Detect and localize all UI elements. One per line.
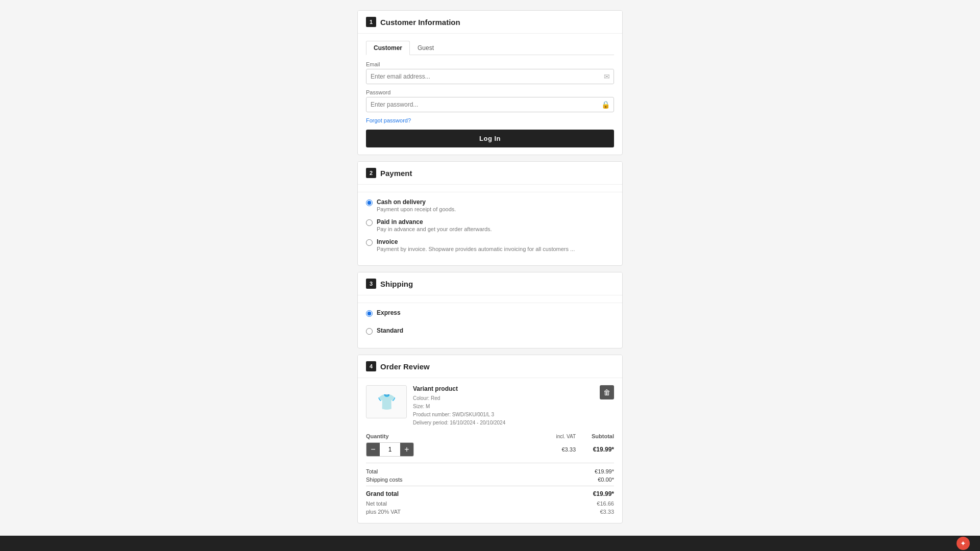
order-review-section-number: 4 bbox=[366, 361, 376, 371]
order-review-section: 4 Order Review 👕 Variant product Colour:… bbox=[357, 355, 623, 523]
bottom-bar: ✦ bbox=[0, 536, 980, 551]
password-field-group: Password 🔒 bbox=[366, 89, 614, 112]
vat-label: plus 20% VAT bbox=[366, 509, 401, 515]
shipping-express-label[interactable]: Express bbox=[366, 309, 614, 317]
subtotal-amount: €19.99* bbox=[586, 446, 614, 453]
order-item: 👕 Variant product Colour: Red Size: M Pr… bbox=[366, 385, 614, 427]
payment-invoice-title: Invoice bbox=[377, 238, 575, 245]
email-field-group: Email ✉ bbox=[366, 61, 614, 84]
payment-invoice-label[interactable]: Invoice Payment by invoice. Shopware pro… bbox=[366, 238, 614, 252]
shipping-value: €0.00* bbox=[598, 477, 614, 483]
customer-tabs: Customer Guest bbox=[366, 41, 614, 55]
payment-advance-label[interactable]: Paid in advance Pay in advance and get y… bbox=[366, 218, 614, 232]
forgot-password-link[interactable]: Forgot password? bbox=[366, 117, 614, 123]
shipping-options: Express Standard bbox=[366, 309, 614, 341]
quantity-stepper[interactable]: − + bbox=[366, 442, 414, 457]
delete-product-button[interactable]: 🗑 bbox=[600, 385, 614, 399]
payment-section-title: Payment bbox=[380, 169, 412, 178]
order-review-section-body: 👕 Variant product Colour: Red Size: M Pr… bbox=[358, 378, 622, 523]
shipping-section-header: 3 Shipping bbox=[358, 272, 622, 295]
total-value: €19.99* bbox=[595, 468, 614, 474]
bottom-bar-icon-symbol: ✦ bbox=[960, 539, 966, 547]
shipping-row: Shipping costs €0.00* bbox=[366, 475, 614, 484]
payment-advance-title: Paid in advance bbox=[377, 218, 492, 226]
product-colour: Colour: Red bbox=[413, 394, 614, 403]
email-icon: ✉ bbox=[604, 72, 610, 81]
quantity-label: Quantity bbox=[366, 433, 389, 439]
trash-icon: 🗑 bbox=[603, 388, 610, 396]
password-label: Password bbox=[366, 89, 614, 95]
customer-section-title: Customer Information bbox=[380, 18, 460, 27]
order-review-section-header: 4 Order Review bbox=[358, 355, 622, 378]
vat-value: €3.33 bbox=[600, 509, 614, 515]
product-number: Product number: SWD/SKU/001/L 3 bbox=[413, 411, 614, 419]
email-input[interactable] bbox=[366, 69, 614, 84]
payment-advance-radio[interactable] bbox=[366, 219, 373, 226]
tab-guest[interactable]: Guest bbox=[410, 41, 442, 55]
subtotal-label: Subtotal bbox=[586, 433, 614, 439]
shipping-option-express: Express bbox=[366, 309, 614, 317]
product-thumbnail-icon: 👕 bbox=[377, 393, 396, 411]
product-meta: Colour: Red Size: M Product number: SWD/… bbox=[413, 394, 614, 427]
shipping-express-title: Express bbox=[377, 309, 401, 316]
payment-cash-label[interactable]: Cash on delivery Payment upon receipt of… bbox=[366, 198, 614, 212]
shipping-section-body: Express Standard bbox=[358, 295, 622, 348]
email-input-wrap: ✉ bbox=[366, 69, 614, 84]
customer-section-number: 1 bbox=[366, 17, 376, 27]
shipping-standard-radio[interactable] bbox=[366, 328, 373, 335]
grand-total-value: €19.99* bbox=[593, 490, 614, 497]
shipping-section-number: 3 bbox=[366, 279, 376, 289]
vat-amount: €3.33 bbox=[550, 446, 576, 453]
payment-cash-radio[interactable] bbox=[366, 199, 373, 206]
shipping-standard-label[interactable]: Standard bbox=[366, 327, 614, 335]
totals-divider bbox=[366, 486, 614, 486]
vat-row: plus 20% VAT €3.33 bbox=[366, 508, 614, 516]
quantity-increase-button[interactable]: + bbox=[400, 443, 413, 456]
tab-customer[interactable]: Customer bbox=[366, 41, 410, 55]
shipping-standard-title: Standard bbox=[377, 327, 403, 334]
net-total-value: €16.66 bbox=[597, 500, 614, 507]
customer-information-section: 1 Customer Information Customer Guest Em… bbox=[357, 10, 623, 155]
order-totals: Total €19.99* Shipping costs €0.00* Gran… bbox=[366, 463, 614, 516]
net-total-row: Net total €16.66 bbox=[366, 499, 614, 508]
payment-section-header: 2 Payment bbox=[358, 162, 622, 185]
quantity-controls-row: − + €3.33 €19.99* bbox=[366, 442, 614, 457]
shipping-label: Shipping costs bbox=[366, 477, 403, 483]
page-wrapper: 1 Customer Information Customer Guest Em… bbox=[0, 0, 980, 551]
password-input[interactable] bbox=[366, 97, 614, 112]
payment-option-cash: Cash on delivery Payment upon receipt of… bbox=[366, 198, 614, 212]
incl-vat-label: incl. VAT bbox=[556, 434, 576, 439]
shipping-express-radio[interactable] bbox=[366, 310, 373, 317]
payment-divider bbox=[358, 192, 622, 192]
customer-section-body: Customer Guest Email ✉ Password 🔒 bbox=[358, 34, 622, 155]
net-total-label: Net total bbox=[366, 500, 387, 507]
shipping-option-standard: Standard bbox=[366, 327, 614, 335]
payment-section-number: 2 bbox=[366, 168, 376, 178]
payment-option-advance: Paid in advance Pay in advance and get y… bbox=[366, 218, 614, 232]
password-input-wrap: 🔒 bbox=[366, 97, 614, 112]
shipping-section-title: Shipping bbox=[380, 280, 413, 288]
payment-section-body: Cash on delivery Payment upon receipt of… bbox=[358, 185, 622, 265]
email-label: Email bbox=[366, 61, 614, 67]
password-icon: 🔒 bbox=[601, 101, 610, 109]
grand-total-row: Grand total €19.99* bbox=[366, 488, 614, 499]
product-image: 👕 bbox=[366, 385, 407, 418]
payment-invoice-desc: Payment by invoice. Shopware provides au… bbox=[377, 246, 575, 252]
payment-cash-title: Cash on delivery bbox=[377, 198, 456, 206]
order-review-section-title: Order Review bbox=[380, 362, 430, 371]
quantity-decrease-button[interactable]: − bbox=[366, 443, 380, 456]
product-size: Size: M bbox=[413, 403, 614, 411]
checkout-container: 1 Customer Information Customer Guest Em… bbox=[357, 10, 623, 523]
total-label: Total bbox=[366, 468, 378, 474]
payment-invoice-radio[interactable] bbox=[366, 239, 373, 246]
grand-total-label: Grand total bbox=[366, 490, 399, 497]
shipping-section: 3 Shipping Express Standard bbox=[357, 272, 623, 348]
product-delivery: Delivery period: 16/10/2024 - 20/10/2024 bbox=[413, 419, 614, 427]
total-row: Total €19.99* bbox=[366, 467, 614, 475]
quantity-input[interactable] bbox=[380, 444, 400, 455]
payment-option-invoice: Invoice Payment by invoice. Shopware pro… bbox=[366, 238, 614, 252]
product-name: Variant product bbox=[413, 385, 614, 392]
bottom-bar-icon[interactable]: ✦ bbox=[957, 537, 970, 550]
login-button[interactable]: Log In bbox=[366, 130, 614, 147]
payment-section: 2 Payment Cash on delivery Payment upon … bbox=[357, 161, 623, 266]
